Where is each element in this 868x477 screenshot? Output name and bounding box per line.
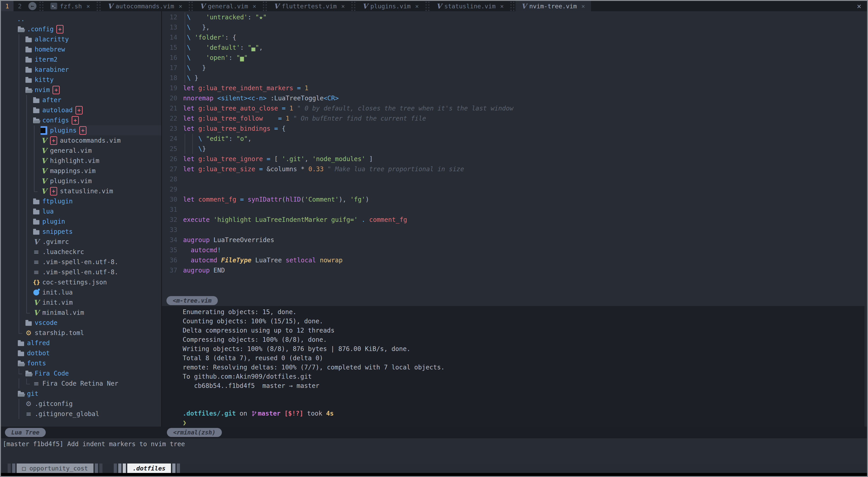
code-token: }: [191, 64, 206, 72]
buffer-close-icon[interactable]: ×: [253, 3, 256, 10]
git-branch-icon: [251, 410, 257, 417]
terminal-pane[interactable]: Enumerating objects: 15, done.Counting o…: [162, 306, 867, 427]
tree-item-Fira-Code[interactable]: Fira Code: [1, 368, 161, 378]
code-token: [183, 257, 191, 264]
code-line: 28: [162, 174, 867, 184]
tree-item-.vim-spell-en.utf-8.[interactable]: ≡.vim-spell-en.utf-8.: [1, 257, 161, 267]
code-token: (: [301, 196, 305, 203]
tree-item-mappings.vim[interactable]: Vmappings.vim: [1, 166, 161, 176]
tree-item-homebrew[interactable]: homebrew: [1, 44, 161, 55]
tree-item-.config[interactable]: .config+: [1, 24, 161, 34]
terminal-line: Writing objects: 100% (8/8), 876 bytes |…: [183, 344, 864, 353]
tree-item-git[interactable]: git: [1, 388, 161, 399]
terminal-line: Enumerating objects: 15, done.: [183, 307, 864, 316]
buffer-tab-statusline.vim[interactable]: Vstatusline.vim×: [431, 1, 510, 11]
tree-item-after[interactable]: after: [1, 95, 161, 105]
tab-separator: [96, 1, 102, 11]
buffer-tab-nvim-tree.vim[interactable]: Vnvim-tree.vim×: [516, 1, 591, 11]
tree-item-configs[interactable]: configs+: [1, 115, 161, 125]
line-number: 32: [162, 216, 177, 224]
code-line: 27let g:lua_tree_size = &columns * 0.33 …: [162, 164, 867, 174]
tree-item-.gvimrc[interactable]: V.gvimrc: [1, 237, 161, 247]
tree-item-vscode[interactable]: vscode: [1, 318, 161, 328]
tree-item-snippets[interactable]: snippets: [1, 227, 161, 237]
tree-item-label: Fira Code Retina Ner: [42, 380, 118, 387]
code-token: g:lua_tree_size: [198, 165, 255, 173]
tree-item-ftplugin[interactable]: ftplugin: [1, 196, 161, 206]
tree-item-general.vim[interactable]: Vgeneral.vim: [1, 145, 161, 156]
tree-guide: [32, 186, 40, 196]
tree-item-highlight.vim[interactable]: Vhighlight.vim: [1, 156, 161, 166]
tree-item-.luacheckrc[interactable]: ≡.luacheckrc: [1, 247, 161, 257]
tree-item-statusline.vim[interactable]: V+statusline.vim: [1, 186, 161, 196]
code-token: =: [271, 125, 282, 132]
buffer-tab-fzf.sh[interactable]: >_fzf.sh×: [44, 1, 96, 11]
close-all-icon[interactable]: ✕: [851, 2, 867, 10]
tree-item-.gitconfig[interactable]: ⚙.gitconfig: [1, 399, 161, 409]
code-token: 'default': [206, 44, 240, 51]
code-token: "★": [255, 13, 267, 21]
tree-item-alfred[interactable]: alfred: [1, 338, 161, 348]
buffer-close-icon[interactable]: ×: [179, 3, 182, 10]
tree-item-autoload[interactable]: autoload+: [1, 105, 161, 115]
tree-item-coc-settings.json[interactable]: {}coc-settings.json: [1, 277, 161, 287]
tree-item-init.vim[interactable]: Vinit.vim: [1, 298, 161, 308]
buffer-close-icon[interactable]: ×: [87, 3, 90, 10]
tree-item-plugin[interactable]: plugin: [1, 216, 161, 227]
code-token: (: [282, 196, 286, 203]
buffer-close-icon[interactable]: ×: [581, 3, 585, 10]
tree-item-.vim-spell-en.utf-8.[interactable]: ≡.vim-spell-en.utf-8.: [1, 267, 161, 277]
buffer-tab-plugins.vim[interactable]: Vplugins.vim×: [356, 1, 425, 11]
tree-guide: [17, 55, 25, 65]
tree-item-lua[interactable]: lua: [1, 206, 161, 216]
tree-item-kitty[interactable]: kitty: [1, 75, 161, 85]
tree-item-nvim[interactable]: nvim+: [1, 85, 161, 95]
buffer-tab-autocommands.vim[interactable]: Vautocommands.vim×: [102, 1, 188, 11]
tree-guide: [25, 95, 32, 105]
indent-guide: [187, 134, 191, 144]
code-token: 'fg': [350, 196, 365, 203]
tabpage-2[interactable]: 2: [13, 1, 26, 11]
tree-item-.gitignore-global[interactable]: ≡.gitignore_global: [1, 409, 161, 419]
tree-item-fonts[interactable]: fonts: [1, 358, 161, 368]
tree-item-..[interactable]: ..: [1, 14, 161, 24]
buffer-close-icon[interactable]: ×: [341, 3, 345, 10]
tmux-window-dotfiles[interactable]: .dotfiles: [127, 464, 171, 473]
tree-item-dotbot[interactable]: dotbot: [1, 348, 161, 358]
tmux-window-opportunity-cost[interactable]: □ opportunity_cost: [17, 464, 93, 473]
tree-item-init.lua[interactable]: init.lua: [1, 287, 161, 298]
code-token: \: [194, 145, 202, 152]
line-number: 34: [162, 236, 177, 244]
code-editor[interactable]: 12\ 'untracked': "★"13\ },14\ 'folder': …: [162, 11, 867, 295]
tree-item-label: lua: [42, 208, 54, 215]
tabpage-1[interactable]: 1: [1, 1, 13, 11]
buffer-tab-fluttertest.vim[interactable]: Vfluttertest.vim×: [268, 1, 351, 11]
code-token: " 0 by default, closes the tree when it'…: [293, 105, 514, 112]
code-token: =: [278, 105, 289, 112]
code-token: autocmd: [191, 246, 217, 254]
tree-item-karabiner[interactable]: karabiner: [1, 65, 161, 75]
code-token: END: [214, 267, 225, 274]
folder-open-icon: [25, 86, 32, 95]
tree-cursor-icon: [40, 126, 48, 135]
tree-item-Fira-Code-Retina-Ner[interactable]: ≡Fira Code Retina Ner: [1, 378, 161, 388]
tree-guide: [17, 105, 25, 115]
code-token: nnoremap: [183, 95, 217, 102]
tree-item-iterm2[interactable]: iterm2: [1, 55, 161, 65]
tree-guide: [25, 105, 32, 115]
tree-item-alacritty[interactable]: alacritty: [1, 34, 161, 44]
tree-guide: [25, 156, 32, 166]
buffer-tab-general.vim[interactable]: Vgeneral.vim×: [194, 1, 262, 11]
tree-item-autocommands.vim[interactable]: V+autocommands.vim: [1, 135, 161, 145]
line-number: 21: [162, 105, 177, 112]
tree-item-minimal.vim[interactable]: Vminimal.vim: [1, 308, 161, 318]
tree-item-label: minimal.vim: [42, 309, 84, 316]
terminal-status-pill: <rminal(zsh): [167, 428, 222, 437]
buffer-close-icon[interactable]: ×: [415, 3, 419, 10]
buffer-close-icon[interactable]: ×: [500, 3, 504, 10]
back-arrow-icon[interactable]: ←: [28, 2, 36, 10]
tree-item-starship.toml[interactable]: ⚙starship.toml: [1, 328, 161, 338]
tree-item-plugins.vim[interactable]: Vplugins.vim: [1, 176, 161, 186]
tree-item-plugins[interactable]: plugins+: [1, 125, 161, 135]
tmux-stripe: [123, 464, 126, 473]
